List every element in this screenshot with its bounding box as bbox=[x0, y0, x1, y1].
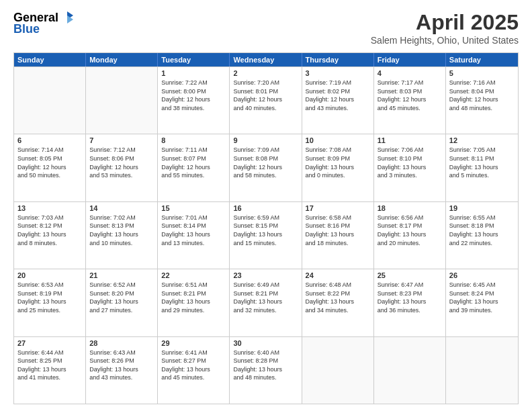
calendar-cell: 3Sunrise: 7:19 AMSunset: 8:02 PMDaylight… bbox=[302, 67, 374, 134]
logo-blue-text: Blue bbox=[13, 22, 40, 36]
calendar-cell: 10Sunrise: 7:08 AMSunset: 8:09 PMDayligh… bbox=[302, 134, 374, 201]
calendar-cell: 23Sunrise: 6:49 AMSunset: 8:21 PMDayligh… bbox=[230, 269, 302, 336]
day-number: 17 bbox=[306, 204, 370, 212]
calendar-cell bbox=[374, 337, 446, 404]
calendar-row: 13Sunrise: 7:03 AMSunset: 8:12 PMDayligh… bbox=[14, 201, 518, 269]
day-number: 9 bbox=[233, 136, 298, 144]
cell-daylight-info: Sunrise: 7:20 AMSunset: 8:01 PMDaylight:… bbox=[233, 79, 298, 112]
calendar-cell bbox=[302, 337, 374, 404]
logo-flag-icon bbox=[60, 10, 75, 25]
calendar-cell: 9Sunrise: 7:09 AMSunset: 8:08 PMDaylight… bbox=[230, 134, 302, 201]
cell-daylight-info: Sunrise: 7:17 AMSunset: 8:03 PMDaylight:… bbox=[378, 79, 442, 112]
cell-daylight-info: Sunrise: 7:12 AMSunset: 8:06 PMDaylight:… bbox=[89, 146, 154, 179]
weekday-header: Saturday bbox=[446, 53, 518, 66]
day-number: 21 bbox=[89, 271, 154, 279]
calendar-row: 20Sunrise: 6:53 AMSunset: 8:19 PMDayligh… bbox=[14, 269, 518, 336]
calendar-cell: 16Sunrise: 6:59 AMSunset: 8:15 PMDayligh… bbox=[230, 202, 302, 269]
cell-daylight-info: Sunrise: 6:41 AMSunset: 8:27 PMDaylight:… bbox=[161, 349, 226, 382]
day-number: 29 bbox=[161, 339, 226, 347]
month-title: April 2025 bbox=[371, 10, 519, 35]
day-number: 1 bbox=[161, 69, 226, 77]
calendar-cell: 1Sunrise: 7:22 AMSunset: 8:00 PMDaylight… bbox=[158, 67, 230, 134]
calendar-cell: 26Sunrise: 6:45 AMSunset: 8:24 PMDayligh… bbox=[446, 269, 518, 336]
calendar-cell: 7Sunrise: 7:12 AMSunset: 8:06 PMDaylight… bbox=[86, 134, 158, 201]
calendar-cell: 24Sunrise: 6:48 AMSunset: 8:22 PMDayligh… bbox=[302, 269, 374, 336]
cell-daylight-info: Sunrise: 7:14 AMSunset: 8:05 PMDaylight:… bbox=[17, 146, 82, 179]
cell-daylight-info: Sunrise: 7:22 AMSunset: 8:00 PMDaylight:… bbox=[161, 79, 226, 112]
calendar-cell: 11Sunrise: 7:06 AMSunset: 8:10 PMDayligh… bbox=[374, 134, 446, 201]
cell-daylight-info: Sunrise: 7:19 AMSunset: 8:02 PMDaylight:… bbox=[306, 79, 370, 112]
calendar-cell bbox=[446, 337, 518, 404]
day-number: 28 bbox=[89, 339, 154, 347]
calendar-cell: 5Sunrise: 7:16 AMSunset: 8:04 PMDaylight… bbox=[446, 67, 518, 134]
day-number: 20 bbox=[17, 271, 82, 279]
calendar-cell: 12Sunrise: 7:05 AMSunset: 8:11 PMDayligh… bbox=[446, 134, 518, 201]
cell-daylight-info: Sunrise: 6:58 AMSunset: 8:16 PMDaylight:… bbox=[306, 214, 370, 247]
cell-daylight-info: Sunrise: 6:45 AMSunset: 8:24 PMDaylight:… bbox=[449, 281, 515, 314]
cell-daylight-info: Sunrise: 7:05 AMSunset: 8:11 PMDaylight:… bbox=[449, 146, 515, 179]
calendar-cell: 27Sunrise: 6:44 AMSunset: 8:25 PMDayligh… bbox=[14, 337, 86, 404]
calendar-cell: 8Sunrise: 7:11 AMSunset: 8:07 PMDaylight… bbox=[158, 134, 230, 201]
day-number: 12 bbox=[449, 136, 515, 144]
day-number: 5 bbox=[449, 69, 515, 77]
cell-daylight-info: Sunrise: 7:08 AMSunset: 8:09 PMDaylight:… bbox=[306, 146, 370, 179]
day-number: 11 bbox=[378, 136, 442, 144]
weekday-header: Tuesday bbox=[158, 53, 230, 66]
day-number: 22 bbox=[161, 271, 226, 279]
calendar-cell: 18Sunrise: 6:56 AMSunset: 8:17 PMDayligh… bbox=[374, 202, 446, 269]
day-number: 2 bbox=[233, 69, 298, 77]
weekday-header: Wednesday bbox=[230, 53, 302, 66]
cell-daylight-info: Sunrise: 6:52 AMSunset: 8:20 PMDaylight:… bbox=[89, 281, 154, 314]
calendar: SundayMondayTuesdayWednesdayThursdayFrid… bbox=[13, 52, 519, 404]
calendar-row: 1Sunrise: 7:22 AMSunset: 8:00 PMDaylight… bbox=[14, 66, 518, 134]
calendar-cell: 20Sunrise: 6:53 AMSunset: 8:19 PMDayligh… bbox=[14, 269, 86, 336]
day-number: 8 bbox=[161, 136, 226, 144]
day-number: 23 bbox=[233, 271, 298, 279]
calendar-cell: 25Sunrise: 6:47 AMSunset: 8:23 PMDayligh… bbox=[374, 269, 446, 336]
calendar-cell: 2Sunrise: 7:20 AMSunset: 8:01 PMDaylight… bbox=[230, 67, 302, 134]
cell-daylight-info: Sunrise: 6:48 AMSunset: 8:22 PMDaylight:… bbox=[306, 281, 370, 314]
day-number: 19 bbox=[449, 204, 515, 212]
location-title: Salem Heights, Ohio, United States bbox=[371, 35, 519, 46]
day-number: 7 bbox=[89, 136, 154, 144]
calendar-cell: 15Sunrise: 7:01 AMSunset: 8:14 PMDayligh… bbox=[158, 202, 230, 269]
weekday-header: Friday bbox=[374, 53, 446, 66]
calendar-cell: 19Sunrise: 6:55 AMSunset: 8:18 PMDayligh… bbox=[446, 202, 518, 269]
cell-daylight-info: Sunrise: 7:16 AMSunset: 8:04 PMDaylight:… bbox=[449, 79, 515, 112]
day-number: 10 bbox=[306, 136, 370, 144]
day-number: 25 bbox=[378, 271, 442, 279]
title-area: April 2025 Salem Heights, Ohio, United S… bbox=[371, 10, 519, 46]
cell-daylight-info: Sunrise: 7:03 AMSunset: 8:12 PMDaylight:… bbox=[17, 214, 82, 247]
calendar-cell: 13Sunrise: 7:03 AMSunset: 8:12 PMDayligh… bbox=[14, 202, 86, 269]
cell-daylight-info: Sunrise: 6:51 AMSunset: 8:21 PMDaylight:… bbox=[161, 281, 226, 314]
calendar-cell: 6Sunrise: 7:14 AMSunset: 8:05 PMDaylight… bbox=[14, 134, 86, 201]
day-number: 26 bbox=[449, 271, 515, 279]
cell-daylight-info: Sunrise: 7:11 AMSunset: 8:07 PMDaylight:… bbox=[161, 146, 226, 179]
calendar-cell bbox=[86, 67, 158, 134]
day-number: 13 bbox=[17, 204, 82, 212]
calendar-row: 27Sunrise: 6:44 AMSunset: 8:25 PMDayligh… bbox=[14, 336, 518, 404]
day-number: 3 bbox=[306, 69, 370, 77]
weekday-header: Monday bbox=[86, 53, 158, 66]
day-number: 24 bbox=[306, 271, 370, 279]
calendar-cell: 14Sunrise: 7:02 AMSunset: 8:13 PMDayligh… bbox=[86, 202, 158, 269]
day-number: 6 bbox=[17, 136, 82, 144]
calendar-header: SundayMondayTuesdayWednesdayThursdayFrid… bbox=[14, 53, 518, 66]
cell-daylight-info: Sunrise: 7:06 AMSunset: 8:10 PMDaylight:… bbox=[378, 146, 442, 179]
weekday-header: Thursday bbox=[302, 53, 374, 66]
weekday-header: Sunday bbox=[14, 53, 86, 66]
cell-daylight-info: Sunrise: 6:56 AMSunset: 8:17 PMDaylight:… bbox=[378, 214, 442, 247]
cell-daylight-info: Sunrise: 6:43 AMSunset: 8:26 PMDaylight:… bbox=[89, 349, 154, 382]
page: General Blue April 2025 Salem Heights, O… bbox=[0, 0, 532, 411]
calendar-cell: 28Sunrise: 6:43 AMSunset: 8:26 PMDayligh… bbox=[86, 337, 158, 404]
logo: General Blue bbox=[13, 10, 75, 36]
header: General Blue April 2025 Salem Heights, O… bbox=[13, 10, 519, 46]
calendar-cell: 29Sunrise: 6:41 AMSunset: 8:27 PMDayligh… bbox=[158, 337, 230, 404]
day-number: 15 bbox=[161, 204, 226, 212]
calendar-cell: 21Sunrise: 6:52 AMSunset: 8:20 PMDayligh… bbox=[86, 269, 158, 336]
cell-daylight-info: Sunrise: 6:40 AMSunset: 8:28 PMDaylight:… bbox=[233, 349, 298, 382]
day-number: 18 bbox=[378, 204, 442, 212]
cell-daylight-info: Sunrise: 6:59 AMSunset: 8:15 PMDaylight:… bbox=[233, 214, 298, 247]
calendar-cell: 30Sunrise: 6:40 AMSunset: 8:28 PMDayligh… bbox=[230, 337, 302, 404]
cell-daylight-info: Sunrise: 6:55 AMSunset: 8:18 PMDaylight:… bbox=[449, 214, 515, 247]
